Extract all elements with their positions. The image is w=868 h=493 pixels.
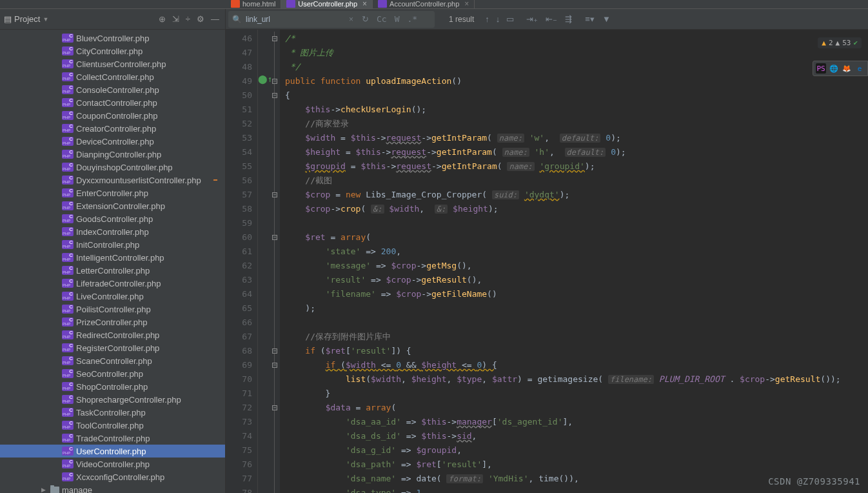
remove-selection-icon[interactable]: ⇤₋ [542,14,560,24]
marker-strip: ⬤↑ [258,30,271,493]
edge-icon[interactable]: e [854,63,865,74]
watermark: CSDN @Z709335941 [768,476,860,487]
fold-toggle[interactable]: − [272,348,277,354]
php-file-icon: PHP [62,292,74,301]
search-input[interactable] [246,15,342,24]
tree-file-item[interactable]: PHPToolController.php [0,419,225,432]
firefox-icon[interactable]: 🦊 [842,63,852,74]
fold-toggle[interactable]: − [272,192,277,197]
tree-file-item[interactable]: PHPIndexController.php [0,225,225,238]
tree-file-item[interactable]: PHPUserController.php [0,445,225,458]
tab-home[interactable]: home.html [226,0,281,8]
expand-icon[interactable]: ⇲ [170,14,181,24]
tree-file-item[interactable]: PHPDouyinshopController.php [0,161,225,174]
code-area[interactable]: /* * 图片上传 */public function uploadImageA… [280,30,868,493]
gear-icon[interactable]: ⚙ [195,14,206,24]
tree-file-item[interactable]: PHPDeviceController.php [0,135,225,148]
tree-file-item[interactable]: PHPTradeController.php [0,432,225,445]
tree-file-item[interactable]: PHPInitController.php [0,238,225,251]
collapse-icon[interactable]: ÷ [184,14,192,24]
tree-file-item[interactable]: PHPDyxcxmountuserlistController.php [0,174,225,186]
fold-toggle[interactable]: − [272,363,277,368]
fold-toggle[interactable]: − [272,405,277,410]
filter-icon[interactable]: ▼ [599,14,614,24]
prev-match-icon[interactable]: ↑ [482,14,493,24]
select-occurrences-icon[interactable]: ⇶ [562,14,575,24]
tree-file-item[interactable]: PHPPrizeController.php [0,316,225,328]
php-file-icon: PHP [62,279,74,288]
tree-file-item[interactable]: PHPGoodsController.php [0,212,225,225]
match-case-toggle[interactable]: Cc [375,14,389,24]
tree-file-item[interactable]: PHPCollectController.php [0,70,225,83]
hide-icon[interactable]: — [209,14,221,24]
tab-accountcontroller[interactable]: AccountController.php × [373,0,475,8]
clear-search-icon[interactable]: × [346,15,356,24]
tree-item-label: GoodsController.php [76,214,153,224]
fold-strip[interactable]: −−−−−−−− [271,30,280,493]
chevron-down-icon[interactable]: ▼ [43,16,48,23]
tree-file-item[interactable]: PHPCouponController.php [0,109,225,122]
php-file-icon: PHP [62,343,74,352]
tree-file-item[interactable]: PHPPoilistController.php [0,303,225,316]
chevron-right-icon[interactable]: ▶ [41,487,48,493]
tree-file-item[interactable]: PHPCreatorController.php [0,122,225,135]
fold-toggle[interactable]: − [272,235,277,240]
tree-folder-item[interactable]: ▶manage [0,483,225,493]
tree-file-item[interactable]: PHPVideoController.php [0,458,225,470]
tree-file-item[interactable]: PHPBluevController.php [0,32,225,45]
tree-file-item[interactable]: PHPIntelligentController.php [0,251,225,264]
words-toggle[interactable]: W [393,14,402,24]
code-editor[interactable]: 4647484950515253545556575859606162636465… [226,30,868,493]
tree-file-item[interactable]: PHPXcxconfigController.php [0,470,225,483]
project-tool-window-header[interactable]: ▤ Project ▼ ⊕ ⇲ ÷ ⚙ — [0,9,226,29]
close-icon[interactable]: × [362,0,367,8]
tree-file-item[interactable]: PHPEnterController.php [0,186,225,199]
tree-file-item[interactable]: PHPContactController.php [0,96,225,109]
tree-file-item[interactable]: PHPLetterController.php [0,264,225,277]
tree-item-label: RedirectController.php [76,330,159,340]
php-file-icon: PHP [62,317,74,327]
phpstorm-icon[interactable]: PS [816,63,826,74]
tree-file-item[interactable]: PHPLifetradeController.php [0,277,225,290]
select-all-icon[interactable]: ▭ [503,14,517,24]
add-selection-icon[interactable]: ⇥₊ [523,14,541,24]
tree-file-item[interactable]: PHPDianpingController.php [0,148,225,161]
html-icon [231,0,240,8]
tree-file-item[interactable]: PHPClientuserController.php [0,57,225,70]
project-tree[interactable]: PHPBluevController.phpPHPCityController.… [0,30,226,493]
tree-file-item[interactable]: PHPTaskController.php [0,406,225,419]
tree-item-label: ShopController.php [76,382,148,392]
php-file-icon: PHP [62,201,74,210]
chrome-icon[interactable]: 🌐 [829,63,839,74]
next-match-icon[interactable]: ↓ [493,14,504,24]
tab-label: home.html [242,0,275,8]
php-file-icon: PHP [62,124,74,133]
tree-item-label: ConsoleController.php [76,85,159,95]
tree-file-item[interactable]: PHPLiveController.php [0,290,225,303]
tree-item-label: UserController.php [76,447,146,456]
tree-file-item[interactable]: PHPConsoleController.php [0,83,225,96]
regex-toggle[interactable]: .* [406,14,420,24]
locate-icon[interactable]: ⊕ [157,14,168,24]
php-file-icon: PHP [62,447,74,456]
fold-toggle[interactable]: − [272,36,277,41]
tree-file-item[interactable]: PHPExtensionController.php [0,199,225,212]
filter-dropdown-icon[interactable]: ≡▾ [582,14,598,24]
search-history-icon[interactable]: ↻ [360,14,371,24]
inspections-widget[interactable]: ▲ 2 ▲ 53 ✔ [818,37,862,48]
tree-file-item[interactable]: PHPRegisterController.php [0,341,225,354]
tab-usercontroller[interactable]: UserController.php × [281,0,373,8]
tree-file-item[interactable]: PHPScaneController.php [0,354,225,367]
close-icon[interactable]: × [464,0,469,8]
fold-toggle[interactable]: − [272,93,277,98]
php-file-icon: PHP [62,188,74,197]
fold-toggle[interactable]: − [272,79,277,84]
tree-item-label: DianpingController.php [76,150,161,159]
tree-file-item[interactable]: PHPCityController.php [0,45,225,57]
tree-file-item[interactable]: PHPShopController.php [0,380,225,393]
tree-file-item[interactable]: PHPShoprechargeController.php [0,393,225,406]
php-file-icon: PHP [62,72,74,81]
tree-file-item[interactable]: PHPRedirectController.php [0,328,225,341]
weak-warning-count: 53 [842,39,851,47]
tree-file-item[interactable]: PHPSeoController.php [0,367,225,380]
